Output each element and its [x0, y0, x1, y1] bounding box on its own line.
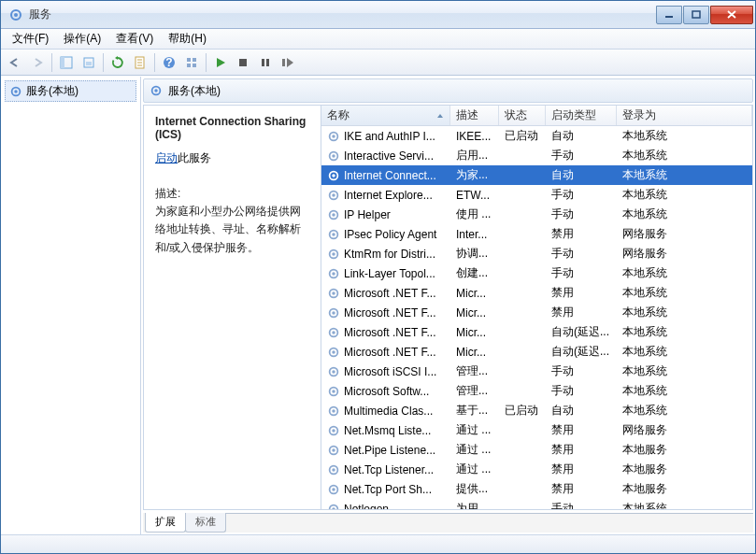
cell-name: Microsoft .NET F... — [321, 346, 450, 359]
main-body: 服务(本地) 服务(本地) Internet Connection Sharin… — [1, 76, 755, 534]
col-name[interactable]: 名称 — [321, 106, 450, 125]
pause-service-button[interactable] — [255, 52, 276, 73]
svg-point-25 — [154, 89, 158, 92]
col-startup[interactable]: 启动类型 — [546, 106, 617, 125]
nav-item-services-local[interactable]: 服务(本地) — [5, 80, 136, 102]
detail-action-line: 启动此服务 — [155, 150, 309, 166]
service-row[interactable]: Microsoft Softw...管理...手动本地系统 — [321, 381, 752, 401]
cell-logon: 本地系统 — [617, 501, 752, 509]
service-row[interactable]: Net.Pipe Listene...通过 ...禁用本地服务 — [321, 440, 752, 460]
svg-point-39 — [332, 252, 335, 256]
content-area: 服务(本地) Internet Connection Sharing (ICS)… — [141, 77, 755, 534]
cell-name: Interactive Servi... — [321, 149, 450, 163]
cell-startup: 自动(延迟... — [546, 344, 617, 360]
back-button[interactable] — [5, 52, 25, 73]
cell-startup: 手动 — [546, 148, 617, 163]
minimize-button[interactable] — [656, 6, 682, 24]
sort-asc-icon — [436, 112, 444, 120]
stop-service-button[interactable] — [233, 52, 253, 73]
col-status[interactable]: 状态 — [499, 106, 546, 125]
forward-button[interactable] — [27, 52, 48, 73]
menu-view[interactable]: 查看(V) — [108, 29, 161, 49]
cell-name: IPsec Policy Agent — [321, 228, 450, 241]
gear-icon — [9, 85, 22, 98]
svg-rect-5 — [61, 57, 64, 68]
refresh-button[interactable] — [107, 52, 128, 73]
service-row[interactable]: Microsoft .NET F...Micr...禁用本地系统 — [321, 283, 752, 303]
service-row[interactable]: IKE and AuthIP I...IKEE...已启动自动本地系统 — [321, 126, 752, 146]
service-row[interactable]: KtmRm for Distri...协调...手动网络服务 — [321, 244, 752, 263]
service-row[interactable]: Net.Msmq Liste...通过 ...禁用网络服务 — [321, 420, 752, 440]
cell-startup: 自动 — [546, 403, 617, 419]
cell-desc: 为用... — [450, 501, 499, 509]
cell-name: Multimedia Clas... — [321, 405, 450, 418]
service-row[interactable]: Internet Explore...ETW...手动本地系统 — [321, 185, 752, 205]
svg-rect-3 — [692, 11, 700, 18]
large-icons-button[interactable] — [181, 52, 202, 73]
service-list: 名称 描述 状态 启动类型 登录为 IKE and AuthIP I...IKE… — [321, 106, 752, 509]
service-row[interactable]: Net.Tcp Listener...通过 ...禁用本地服务 — [321, 460, 752, 479]
cell-startup: 手动 — [546, 206, 617, 222]
cell-startup: 禁用 — [546, 305, 617, 320]
cell-logon: 本地服务 — [617, 462, 752, 477]
col-logon[interactable]: 登录为 — [617, 106, 752, 125]
cell-logon: 本地服务 — [617, 442, 752, 458]
menu-file[interactable]: 文件(F) — [5, 29, 56, 49]
export-button[interactable] — [78, 52, 99, 73]
cell-status: 已启动 — [499, 403, 546, 419]
statusbar — [1, 534, 755, 553]
service-row[interactable]: Netlogon为用...手动本地系统 — [321, 499, 752, 509]
menu-action[interactable]: 操作(A) — [56, 29, 108, 49]
help-button[interactable]: ? — [159, 52, 179, 73]
service-row[interactable]: Link-Layer Topol...创建...手动本地系统 — [321, 263, 752, 283]
cell-logon: 本地服务 — [617, 481, 752, 497]
detail-link-suffix: 此服务 — [178, 151, 211, 164]
menu-help[interactable]: 帮助(H) — [161, 29, 214, 49]
tab-standard[interactable]: 标准 — [185, 513, 226, 533]
cell-name: IKE and AuthIP I... — [321, 130, 450, 143]
cell-startup: 手动 — [546, 187, 617, 203]
cell-startup: 禁用 — [546, 226, 617, 242]
restart-service-button[interactable] — [278, 52, 298, 73]
service-row[interactable]: IPsec Policy AgentInter...禁用网络服务 — [321, 224, 752, 244]
service-row[interactable]: Microsoft .NET F...Micr...自动(延迟...本地系统 — [321, 342, 752, 362]
col-desc[interactable]: 描述 — [450, 106, 499, 125]
service-row[interactable]: Internet Connect...为家...自动本地系统 — [321, 165, 752, 185]
close-button[interactable] — [710, 6, 753, 24]
cell-name: Net.Tcp Listener... — [321, 463, 450, 476]
detail-title: Internet Connection Sharing (ICS) — [155, 115, 309, 141]
properties-button[interactable] — [130, 52, 150, 73]
service-row[interactable]: Microsoft .NET F...Micr...自动(延迟...本地系统 — [321, 322, 752, 342]
menubar: 文件(F) 操作(A) 查看(V) 帮助(H) — [1, 29, 755, 50]
svg-text:?: ? — [165, 56, 172, 69]
split-pane: Internet Connection Sharing (ICS) 启动此服务 … — [143, 105, 753, 510]
cell-name: Microsoft .NET F... — [321, 326, 450, 339]
cell-startup: 手动 — [546, 265, 617, 281]
cell-name: Net.Tcp Port Sh... — [321, 483, 450, 496]
cell-logon: 本地系统 — [617, 403, 752, 419]
cell-startup: 手动 — [546, 501, 617, 509]
show-hide-tree-button[interactable] — [56, 52, 77, 73]
rows-container[interactable]: IKE and AuthIP I...IKEE...已启动自动本地系统Inter… — [321, 126, 752, 509]
services-window: 服务 文件(F) 操作(A) 查看(V) 帮助(H) ? — [0, 0, 756, 554]
service-row[interactable]: IP Helper使用 ...手动本地系统 — [321, 205, 752, 224]
start-link[interactable]: 启动 — [155, 151, 178, 164]
service-row[interactable]: Multimedia Clas...基于...已启动自动本地系统 — [321, 401, 752, 420]
svg-point-65 — [332, 507, 335, 509]
service-row[interactable]: Microsoft .NET F...Micr...禁用本地系统 — [321, 303, 752, 322]
svg-point-55 — [332, 409, 335, 413]
cell-logon: 本地系统 — [617, 383, 752, 399]
service-row[interactable]: Net.Tcp Port Sh...提供...禁用本地服务 — [321, 479, 752, 499]
tab-extended[interactable]: 扩展 — [145, 513, 186, 533]
separator — [103, 53, 104, 72]
maximize-button[interactable] — [683, 6, 709, 24]
nav-tree[interactable]: 服务(本地) — [1, 77, 141, 534]
service-row[interactable]: Interactive Servi...启用...手动本地系统 — [321, 146, 752, 165]
titlebar[interactable]: 服务 — [1, 1, 755, 29]
start-service-button[interactable] — [210, 52, 231, 73]
cell-name: KtmRm for Distri... — [321, 248, 450, 261]
svg-point-63 — [332, 488, 335, 491]
toolbar: ? — [1, 50, 755, 76]
svg-rect-15 — [193, 58, 196, 62]
service-row[interactable]: Microsoft iSCSI I...管理...手动本地系统 — [321, 362, 752, 381]
